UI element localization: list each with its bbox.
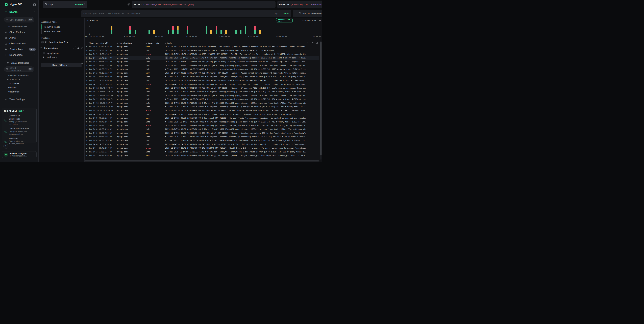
expand-row-chevron-icon[interactable]: ❯ [84, 83, 88, 85]
expand-row-chevron-icon[interactable]: ❯ [84, 61, 88, 63]
expand-row-chevron-icon[interactable]: ❯ [84, 68, 88, 70]
histogram-bar[interactable] [172, 26, 174, 34]
resume-live-tail-button[interactable]: Resume Live Tail [276, 18, 293, 22]
expand-row-chevron-icon[interactable]: ❯ [84, 110, 88, 111]
sidebar-item-dashboards[interactable]: Dashboards [0, 52, 38, 58]
histogram-bar[interactable] [135, 30, 136, 34]
expand-row-chevron-icon[interactable]: ❯ [84, 72, 88, 74]
load-more[interactable]: Load more [43, 56, 84, 58]
facet-value-checkbox[interactable] [43, 52, 45, 54]
table-row[interactable]: ❯Nov 14 3:00:30.123 PMmysql-demoinfo# Ti… [84, 67, 319, 71]
expand-row-chevron-icon[interactable]: ❯ [84, 87, 88, 89]
column-header-timestamp[interactable]: Timestamp (Local) [88, 42, 117, 45]
column-header-severitytext[interactable]: SeverityText [146, 42, 165, 45]
drag-handle-icon[interactable] [146, 42, 147, 44]
saved-dashboards-input[interactable]: Saved Dashboards ⌘K [4, 66, 34, 72]
order-by-input[interactable]: ORDER BY (TimestampTime, Timestamp) DESC [277, 1, 322, 8]
expand-row-chevron-icon[interactable]: ❯ [84, 46, 88, 48]
sidebar-item-client-sessions[interactable]: Client Sessions [0, 41, 38, 46]
histogram-bar[interactable] [177, 26, 178, 34]
histogram-bar[interactable] [206, 26, 207, 34]
bar-chart-icon[interactable] [77, 47, 79, 50]
sidebar-item-chart-explorer[interactable]: Chart Explorer [0, 29, 38, 35]
histogram-bar[interactable] [220, 30, 222, 34]
table-row[interactable]: ❯Nov 14 5:16:00.567 PMmysql-demoinfo2025… [84, 49, 319, 52]
expand-row-chevron-icon[interactable]: ❯ [84, 57, 88, 59]
preset-clickhouse[interactable]: ClickHouse [0, 81, 38, 85]
vertical-scrollbar-thumb[interactable] [320, 41, 322, 156]
search-input[interactable]: Search your events w/ Lucene ex. column:… [81, 10, 291, 17]
sidebar-item-team-settings[interactable]: Team Settings [0, 97, 38, 102]
mode-results-table[interactable]: Results Table [38, 24, 84, 29]
denoise-checkbox[interactable] [42, 41, 44, 43]
table-row[interactable]: ❯Nov 14 10:15:30.456 AMmysql-demoerror20… [84, 109, 319, 112]
select-query-input[interactable]: SELECT Timestamp,ServiceName,SeverityTex… [132, 1, 276, 8]
expand-row-chevron-icon[interactable]: ❯ [84, 102, 88, 104]
table-row[interactable]: ❯Nov 14 9:00:01.345 AMmysql-demoinfo2025… [84, 112, 319, 116]
histogram-bar[interactable] [254, 26, 256, 34]
table-row[interactable]: ❯Nov 14 2:15:30.234 AMmysql-demoinfo# Ti… [84, 150, 319, 154]
expand-row-chevron-icon[interactable]: ❯ [84, 113, 88, 115]
expand-row-chevron-icon[interactable]: ❯ [84, 91, 88, 93]
expand-row-chevron-icon[interactable]: ❯ [84, 136, 88, 138]
table-row[interactable]: ❯Nov 14 12:00:00.567 PMmysql-demoinfo202… [84, 101, 319, 105]
date-range-picker[interactable]: Nov 14 00:00:00 - Nov 15 00:00:00 [293, 10, 322, 17]
histogram-bar[interactable] [240, 30, 242, 34]
facet-value-mysql-demo[interactable]: mysql-demo [43, 52, 84, 54]
expand-row-chevron-icon[interactable]: ❯ [84, 147, 88, 149]
chevron-down-icon[interactable] [40, 47, 42, 50]
more-filters-button[interactable]: More filters [41, 63, 82, 67]
histogram-bar[interactable] [186, 26, 188, 34]
expand-row-chevron-icon[interactable]: ❯ [84, 76, 88, 78]
expand-row-chevron-icon[interactable]: ❯ [84, 125, 88, 126]
vertical-scrollbar[interactable] [320, 41, 322, 160]
table-row[interactable]: ❯Nov 14 6:00:15.456 AMmysql-demoinfo# Ti… [84, 135, 319, 139]
table-row[interactable]: ❯Nov 14 4:24:00.678 AMmysql-demoinfo2025… [84, 142, 319, 146]
chevron-up-icon[interactable] [34, 10, 36, 13]
preset-services[interactable]: Services [0, 85, 38, 90]
table-row[interactable]: ❯Nov 14 4:15:45.234 PMmysql-demoinfoime:… [84, 56, 319, 60]
column-header-servicename[interactable]: ServiceName [117, 42, 146, 45]
table-row[interactable]: ❯Nov 14 12:00:00.567 PMmysql-demoinfo202… [84, 94, 319, 97]
table-row[interactable]: ❯Nov 14 6:45:30.789 AMmysql-demowarn2025… [84, 131, 319, 135]
table-row[interactable]: ❯Nov 14 2:00:15.456 AMmysql-demowarn2025… [84, 154, 319, 157]
expand-row-chevron-icon[interactable]: ❯ [84, 80, 88, 81]
lang-lucene-toggle[interactable]: Lucene [282, 12, 289, 15]
table-row[interactable]: ❯Nov 14 4:45:00.345 AMmysql-demoinfo# Ti… [84, 139, 319, 142]
facet-search-box[interactable]: ServiceName [43, 46, 76, 50]
histogram-bar[interactable] [168, 30, 169, 34]
expand-row-chevron-icon[interactable]: ❯ [84, 65, 88, 66]
copy-icon[interactable] [165, 56, 168, 59]
expand-row-chevron-icon[interactable]: ❯ [84, 50, 88, 51]
denoise-results-toggle[interactable]: Denoise Results [42, 41, 84, 44]
sidebar-item-alerts[interactable]: Alerts [0, 35, 38, 41]
expand-row-chevron-icon[interactable]: ❯ [84, 132, 88, 134]
get-started-item[interactable]: ✓ Add Data Start sending logs, metrics, … [4, 137, 34, 145]
expand-row-chevron-icon[interactable]: ❯ [84, 121, 88, 123]
sidebar-item-search[interactable]: Search [0, 9, 38, 15]
table-row[interactable]: ❯Nov 14 12:00:00.789 PMmysql-demoinfo# T… [84, 97, 319, 101]
table-row[interactable]: ❯Nov 14 9:00:00.234 AMmysql-demowarn2025… [84, 116, 319, 120]
expand-row-chevron-icon[interactable]: ❯ [84, 129, 88, 130]
histogram-bar[interactable] [129, 26, 131, 34]
histogram-bar[interactable] [111, 26, 112, 34]
expand-row-chevron-icon[interactable]: ❯ [84, 155, 88, 157]
table-row[interactable]: ❯Nov 14 1:15:30.890 PMmysql-demoinfo2025… [84, 79, 319, 82]
table-row[interactable]: ❯Nov 14 10:15:30.678 AMmysql-demoinfo# T… [84, 105, 319, 109]
table-row[interactable]: ❯Nov 14 3:30:00.234 PMmysql-demoinfo2025… [84, 64, 319, 67]
sidebar-item-service-map[interactable]: Service Map BETA [0, 46, 38, 52]
histogram-bar[interactable] [225, 30, 227, 34]
table-row[interactable]: ❯Nov 14 2:00:15.123 PMmysql-demowarn2025… [84, 71, 319, 75]
user-menu[interactable]: D dominic.tran@clic... dominic.tran@clic… [2, 151, 36, 158]
table-row[interactable]: ❯Nov 14 8:00:00.890 AMmysql-demoinfo2025… [84, 128, 319, 131]
histogram-bar[interactable] [153, 30, 155, 34]
table-row[interactable]: ❯Nov 14 4:23:45.567 AMmysql-demoerror202… [84, 146, 319, 150]
histogram-bar[interactable] [148, 30, 150, 34]
table-row[interactable]: ❯Nov 14 12:30:45.678 PMmysql-demowarn202… [84, 86, 319, 90]
table-row[interactable]: ❯Nov 14 12:00:00.789 PMmysql-demoinfo# T… [84, 90, 319, 94]
get-started-item[interactable]: ✓ Create Data Sources Configure where yo… [4, 127, 34, 135]
column-header-body[interactable]: Body [165, 42, 319, 45]
preset-kubernetes[interactable]: Kubernetes [0, 90, 38, 94]
get-started-item[interactable]: ✓ Connect to ClickHouse Set up your data… [4, 114, 34, 126]
expand-row-chevron-icon[interactable]: ❯ [84, 144, 88, 145]
